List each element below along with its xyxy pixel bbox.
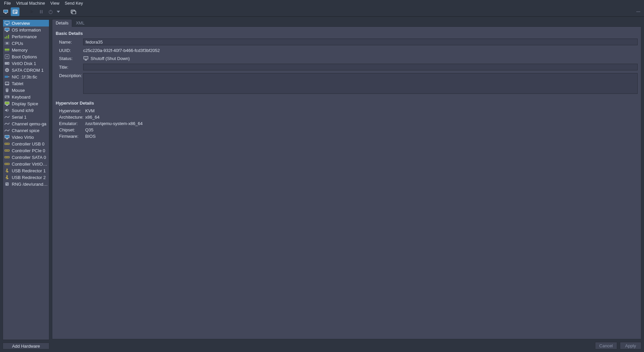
sidebar-item-label: OS information <box>12 27 41 33</box>
sidebar-item-memory[interactable]: Memory <box>3 47 49 53</box>
sidebar-item-overview[interactable]: Overview <box>3 20 49 26</box>
sidebar-item-usb-redirector-2[interactable]: USB Redirector 2 <box>3 174 49 181</box>
sidebar-item-os-information[interactable]: OS information <box>3 26 49 33</box>
title-input[interactable] <box>83 64 638 70</box>
svg-rect-36 <box>7 51 7 52</box>
svg-rect-73 <box>8 157 9 158</box>
svg-rect-17 <box>5 21 9 24</box>
sidebar-item-display-spice[interactable]: Display Spice <box>3 100 49 107</box>
menu-virtual-machine[interactable]: Virtual Machine <box>13 0 48 6</box>
sidebar-item-label: Controller USB 0 <box>12 141 45 146</box>
title-label: Title: <box>59 65 80 70</box>
sidebar-item-boot-options[interactable]: Boot Options <box>3 53 49 60</box>
sidebar-item-serial-1[interactable]: Serial 1 <box>3 114 49 120</box>
start-button[interactable] <box>28 7 36 16</box>
sidebar-item-cpus[interactable]: CPUs <box>3 40 49 47</box>
menu-file[interactable]: File <box>1 0 13 6</box>
add-hardware-button[interactable]: Add Hardware <box>3 343 49 349</box>
details-view-button[interactable] <box>11 7 19 16</box>
sidebar-item-channel-qemu-ga[interactable]: Channel qemu-ga <box>3 120 49 127</box>
sidebar-item-label: Serial 1 <box>12 115 26 120</box>
svg-rect-11 <box>50 10 51 12</box>
sidebar-item-virtio-disk-1[interactable]: VirtIO Disk 1 <box>3 60 49 67</box>
sidebar-item-mouse[interactable]: Mouse <box>3 87 49 94</box>
monitor-icon <box>4 20 10 26</box>
sidebar-item-controller-virtio-serial-0[interactable]: Controller VirtIO Serial 0 <box>3 161 49 167</box>
svg-rect-72 <box>7 157 7 158</box>
uuid-label: UUID: <box>59 48 80 53</box>
serial-icon <box>4 114 10 120</box>
svg-rect-14 <box>72 11 76 14</box>
sidebar-item-label: Controller SATA 0 <box>12 155 46 160</box>
pause-button[interactable] <box>37 7 46 16</box>
sidebar-item-video-virtio[interactable]: Video Virtio <box>3 134 49 140</box>
svg-point-82 <box>6 175 8 177</box>
play-icon <box>29 9 35 14</box>
sidebar-item-controller-pcie-0[interactable]: Controller PCIe 0 <box>3 147 49 154</box>
sidebar-item-label: Video Virtio <box>12 135 34 140</box>
cancel-button[interactable]: Cancel <box>595 342 617 349</box>
svg-point-88 <box>7 184 8 185</box>
menu-send-key[interactable]: Send Key <box>62 0 86 6</box>
svg-rect-35 <box>6 51 6 52</box>
hv-label: Firmware: <box>59 134 83 139</box>
menu-view[interactable]: View <box>48 0 62 6</box>
screenshot-button[interactable] <box>69 7 78 16</box>
tab-details[interactable]: Details <box>52 19 72 27</box>
hardware-list[interactable]: OverviewOS informationPerformanceCPUsMem… <box>3 19 49 340</box>
tab-xml[interactable]: XML <box>72 19 88 27</box>
sidebar-item-channel-spice[interactable]: Channel spice <box>3 127 49 134</box>
sidebar-item-label: Sound ich9 <box>12 108 34 113</box>
power-menu-dropdown[interactable] <box>56 7 61 16</box>
power-icon <box>48 9 53 14</box>
keyboard-icon <box>4 94 10 100</box>
power-button[interactable] <box>46 7 55 16</box>
sidebar-item-controller-usb-0[interactable]: Controller USB 0 <box>3 140 49 147</box>
monitor-icon <box>4 27 10 33</box>
svg-rect-18 <box>6 24 8 25</box>
usb-icon <box>4 168 10 173</box>
sidebar-item-sound-ich9[interactable]: Sound ich9 <box>3 107 49 114</box>
sidebar-item-sata-cdrom-1[interactable]: SATA CDROM 1 <box>3 67 49 73</box>
svg-rect-92 <box>85 60 87 60</box>
sidebar-item-performance[interactable]: Performance <box>3 33 49 40</box>
sidebar-item-nic-1f-3b-6c[interactable]: NIC :1f:3b:6c <box>3 73 49 80</box>
svg-rect-76 <box>7 163 7 165</box>
disk-icon <box>4 61 10 66</box>
status-value: Shutoff (Shut Down) <box>91 56 130 61</box>
sidebar-item-keyboard[interactable]: Keyboard <box>3 94 49 100</box>
svg-rect-65 <box>8 143 9 144</box>
apply-button[interactable]: Apply <box>620 342 641 349</box>
sidebar-item-label: Keyboard <box>12 95 31 100</box>
sidebar-item-rng-dev-urandom[interactable]: RNG /dev/urandom <box>3 181 49 187</box>
console-view-button[interactable] <box>1 7 10 16</box>
svg-rect-44 <box>5 76 8 78</box>
pause-icon <box>39 9 44 14</box>
window-menu-button[interactable] <box>634 7 643 16</box>
hv-label: Hypervisor: <box>59 108 83 113</box>
hv-value: /usr/bin/qemu-system-x86_64 <box>85 121 143 126</box>
description-input[interactable] <box>83 73 638 94</box>
details-icon <box>12 9 18 14</box>
controller-icon <box>4 148 10 153</box>
svg-rect-50 <box>5 96 9 98</box>
svg-point-89 <box>7 183 8 184</box>
sidebar-item-controller-sata-0[interactable]: Controller SATA 0 <box>3 154 49 161</box>
rng-icon <box>4 181 10 187</box>
name-input[interactable] <box>83 39 638 45</box>
console-icon <box>3 9 8 14</box>
chart-icon <box>4 34 10 39</box>
svg-rect-1 <box>4 10 8 12</box>
sound-icon <box>4 108 10 113</box>
svg-rect-54 <box>6 97 8 98</box>
sidebar-item-usb-redirector-1[interactable]: USB Redirector 1 <box>3 167 49 174</box>
chevron-down-icon <box>56 9 61 14</box>
svg-marker-12 <box>57 11 60 13</box>
sidebar-item-label: Memory <box>12 48 28 53</box>
hv-label: Emulator: <box>59 121 83 126</box>
svg-marker-7 <box>31 10 34 13</box>
svg-rect-15 <box>636 11 640 12</box>
sidebar-item-tablet[interactable]: Tablet <box>3 80 49 87</box>
svg-point-78 <box>6 169 8 170</box>
sidebar-item-label: NIC :1f:3b:6c <box>12 74 37 79</box>
